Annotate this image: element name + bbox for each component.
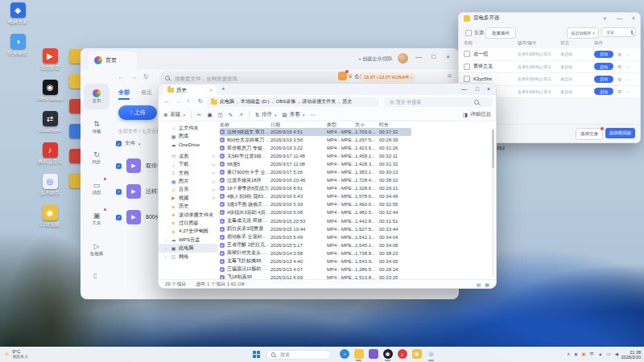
taskbar-app-icon[interactable]: ♪ [397, 349, 407, 361]
batch-operation-button[interactable]: 批量操作 [485, 27, 516, 39]
sort-button[interactable]: ⇅排序▾ [255, 111, 277, 118]
tray-icon[interactable]: ▣ [581, 352, 585, 356]
file-column-label[interactable]: 文件 [125, 140, 135, 147]
new-tab-button[interactable]: + [221, 85, 225, 93]
forward-icon[interactable]: → [175, 98, 181, 104]
file-row[interactable]: ▶法转3级德文 双月慢码 2026/3/19 4:51 MP4 - MPE...… [220, 128, 411, 136]
emulator-row[interactable]: 逍一恒 安卓9.0(64位) ID:0 未启动 启动 ⚙ ⋯ [459, 48, 640, 61]
add-emulator-button[interactable]: 添加模拟器 [605, 128, 635, 138]
expand-chevron-icon[interactable]: › [165, 254, 168, 259]
content-tab[interactable]: 全部 [118, 88, 130, 100]
file-row[interactable]: ▶龙毒成克强 双骑成熟改飞改善 2026/3/15 20:53 MP4 - MP… [220, 217, 411, 225]
tab-close-icon[interactable]: × [209, 88, 213, 93]
taskbar-search-input[interactable] [279, 352, 326, 358]
sort-order-select[interactable]: 按启动顺序▾ [567, 27, 599, 39]
tray-icon[interactable]: ∧ [567, 352, 570, 356]
file-row[interactable]: ▶4板人招9组 我83级8种 2026/3/16 6:43 MP4 - MPE.… [220, 192, 411, 200]
row-checkbox[interactable]: ✓ [116, 189, 122, 195]
explorer-sidebar-item[interactable]: › ↓ 下载 ◇ [159, 161, 218, 169]
cloud-sidebar-item[interactable]: 首页 [84, 84, 109, 109]
row-checkbox[interactable] [464, 51, 470, 57]
explorer-sidebar-item[interactable]: › ■ 过往图鉴 ◇ [159, 219, 218, 227]
scrollbar-thumb[interactable] [492, 130, 494, 168]
desktop-icon[interactable]: ◎ 多开助手 [35, 174, 64, 196]
taskbar-app-icon[interactable]: ◎ [426, 349, 436, 361]
scrollbar[interactable] [492, 128, 494, 277]
minimize-button[interactable]: — [415, 54, 422, 60]
file-row[interactable]: ▶两帮归对先老头 最后一枪极累触食 2026/3/14 3:58 MP4 - M… [220, 249, 411, 257]
file-row[interactable]: ▶王者理解 2把拉克妖藏95 2026/3/15 5:17 MP4 - MPE.… [220, 241, 411, 249]
desktop-icon[interactable]: ♪ 网易云音乐 [35, 142, 64, 165]
more-icon[interactable]: ⋯ [625, 76, 630, 82]
start-button[interactable]: 启动 [594, 76, 613, 83]
up-icon[interactable]: ↑ [187, 98, 190, 104]
more-icon[interactable]: ⋯ [310, 112, 316, 118]
mascot-icon[interactable] [398, 53, 408, 64]
create-team-link[interactable]: + 创建企业/团队 [358, 56, 393, 63]
start-button[interactable] [253, 351, 261, 359]
row-checkbox[interactable]: ✓ [116, 215, 122, 220]
paste-icon[interactable]: ◫ [218, 112, 223, 118]
close-button[interactable]: × [446, 54, 450, 60]
explorer-sidebar-item[interactable]: › ▦ 图库 ◇ [159, 132, 218, 140]
explorer-sidebar-item[interactable]: › ☁ WPS云盘 ◇ [159, 236, 218, 244]
more-icon[interactable]: ⋯ [625, 51, 630, 57]
desktop-icon[interactable]: ◆ 电脑管家 [3, 2, 32, 25]
desktop-icon[interactable]: ◑ 轻量备份 [3, 34, 32, 56]
desktop-icon[interactable]: ◉ 口袋觉醒 [35, 205, 64, 228]
file-row[interactable]: ▶相动板草 全退科学理解 2026/3/15 5:49 MP4 - MPE...… [220, 233, 411, 241]
breadcrumb-item[interactable]: 本地磁盘 (D:)› [241, 98, 274, 105]
minimize-button[interactable]: — [461, 86, 467, 92]
explorer-search-box[interactable] [384, 97, 493, 107]
explorer-sidebar-item[interactable]: › ⌂ 主文件夹 ◇ [159, 124, 218, 132]
taskbar-search[interactable] [266, 350, 331, 360]
gear-icon[interactable]: ⚙ [617, 51, 621, 57]
maximize-button[interactable]: □ [431, 54, 436, 60]
tray-icon[interactable]: ◀ [615, 352, 618, 356]
explorer-sidebar-item[interactable]: › ▣ 此电脑 ◇ [159, 244, 218, 252]
file-row[interactable]: ▶双倍银房刀 专输车子 2026/3/19 3:22 MP4 - MPE... … [220, 144, 411, 152]
emulator-search-box[interactable] [601, 27, 636, 37]
expand-chevron-icon[interactable]: › [165, 246, 168, 251]
explorer-sidebar-item[interactable]: › ■ 历史 ◇ [159, 203, 218, 211]
explorer-sidebar-item[interactable]: › ▭ 桌面 ◇ [159, 152, 218, 160]
cloud-sidebar-item[interactable]: ⇅ 传输 [84, 114, 109, 140]
back-icon[interactable]: ← [164, 98, 170, 104]
weather-widget[interactable]: ☀ 9°C 局部多云 [4, 349, 28, 359]
desktop-icon[interactable]: ⇄ GoodSync [35, 111, 64, 134]
maximize-button[interactable]: □ [476, 86, 479, 92]
view-button[interactable]: ▤查看▾ [283, 111, 305, 118]
explorer-sidebar-item[interactable]: › ■ 4.27全伊甸园 ◇ [159, 228, 218, 236]
file-row[interactable]: ▶妈自反承3现重督 2026/3/15 19:44 MP4 - MPE... 1… [220, 225, 411, 233]
minimize-button[interactable]: — [617, 15, 622, 21]
taskbar-app-icon[interactable] [353, 349, 364, 361]
menu-icon[interactable]: ◐ [604, 15, 607, 21]
cloud-sidebar-item[interactable]: ↻ 同步 [84, 145, 109, 171]
start-button[interactable]: 启动 [594, 51, 613, 58]
row-checkbox[interactable] [464, 76, 470, 82]
breadcrumb-item[interactable]: 历史› [342, 98, 352, 105]
row-checkbox[interactable]: ✓ [116, 163, 122, 169]
file-row[interactable]: ▶16个赛季的5星战力 2026/3/16 8:51 MP4 - MPE... … [220, 184, 411, 192]
start-button[interactable]: 启动 [594, 88, 613, 95]
taskbar-app-icon[interactable]: ◉ [382, 349, 393, 361]
taskbar-app-icon[interactable]: ◔ [339, 349, 349, 361]
explorer-tab[interactable]: 历史 × [163, 85, 217, 95]
gear-icon[interactable]: ⚙ [617, 64, 621, 69]
back-icon[interactable]: ← [118, 73, 130, 80]
explorer-sidebar-item[interactable]: › ▦ 图片 ◇ [159, 177, 218, 185]
taskbar-clock[interactable]: 21:38 2026/3/20 [621, 350, 641, 360]
share-icon[interactable]: ↗ [238, 112, 242, 118]
desktop-icon[interactable]: ▶ 迅雷影音 [35, 48, 64, 71]
explorer-sidebar-item[interactable]: › ■ 滚动录播文件夹 ◇ [159, 211, 218, 219]
cloud-home-tab[interactable]: 首页 [89, 51, 137, 69]
cut-icon[interactable]: ✂ [197, 112, 201, 118]
notification-bell-icon[interactable] [338, 72, 347, 80]
start-button[interactable]: 启动 [594, 63, 613, 70]
thumbnail-view-icon[interactable]: ▦ [485, 282, 489, 287]
content-tab[interactable]: 最近 [141, 88, 152, 100]
expand-chevron-icon[interactable]: › [165, 237, 168, 242]
desktop-icon[interactable]: ◉ OBS Studio [35, 80, 64, 102]
explorer-sidebar-item[interactable]: › ◫ 网络 ◇ [159, 253, 218, 261]
file-row[interactable]: ▶过渡养猪第18环 2026/3/16 20:46 MP4 - MPE... 1… [220, 176, 411, 184]
